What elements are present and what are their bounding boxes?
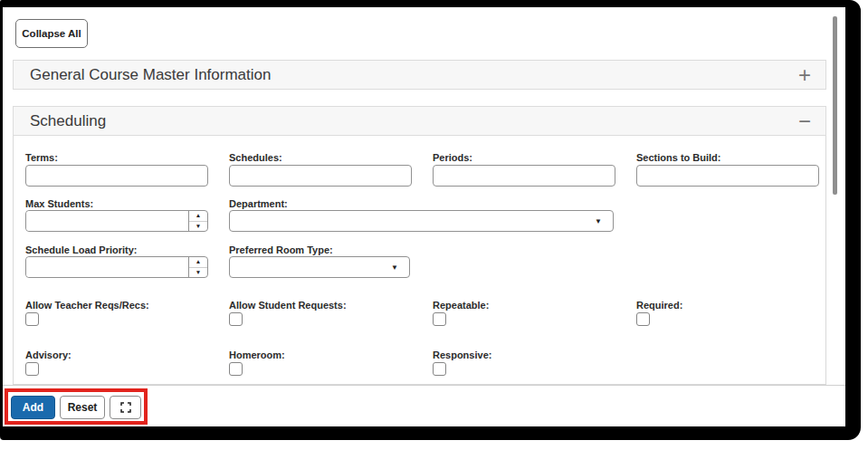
max-students-label: Max Students:	[25, 198, 93, 209]
spinner-control: ▲ ▼	[188, 211, 207, 231]
allow-student-requests-checkbox[interactable]	[229, 312, 243, 326]
department-label: Department:	[229, 198, 288, 209]
responsive-label: Responsive:	[433, 349, 491, 360]
plus-icon[interactable]: +	[798, 62, 811, 89]
terms-input[interactable]	[25, 165, 208, 187]
spinner-up-icon[interactable]: ▲	[189, 211, 207, 222]
allow-student-requests-label: Allow Student Requests:	[229, 300, 347, 311]
vertical-scrollbar[interactable]	[833, 16, 837, 195]
spinner-down-icon[interactable]: ▼	[189, 222, 207, 232]
sections-to-build-label: Sections to Build:	[636, 152, 721, 163]
required-checkbox[interactable]	[636, 312, 650, 326]
schedule-load-priority-stepper: ▲ ▼	[25, 256, 208, 278]
repeatable-label: Repeatable:	[433, 300, 489, 311]
section-scheduling[interactable]: Scheduling −	[13, 106, 826, 136]
spinner-control: ▲ ▼	[188, 257, 207, 277]
section-title: Scheduling	[30, 112, 106, 130]
fullscreen-icon	[120, 402, 131, 413]
add-button[interactable]: Add	[11, 396, 55, 419]
responsive-checkbox[interactable]	[433, 362, 446, 376]
section-title: General Course Master Information	[30, 66, 271, 84]
preferred-room-type-select[interactable]: ▼	[229, 256, 410, 278]
department-select[interactable]: ▼	[229, 210, 614, 232]
advisory-label: Advisory:	[25, 349, 72, 360]
minus-icon[interactable]: −	[798, 108, 811, 135]
spinner-down-icon[interactable]: ▼	[189, 268, 207, 278]
schedules-input[interactable]	[229, 165, 412, 187]
schedule-load-priority-input[interactable]	[26, 257, 187, 277]
schedules-label: Schedules:	[229, 152, 282, 163]
required-label: Required:	[636, 300, 682, 311]
fullscreen-button[interactable]	[110, 396, 141, 419]
repeatable-checkbox[interactable]	[433, 312, 446, 326]
course-master-form: Collapse All General Course Master Infor…	[3, 7, 845, 426]
max-students-stepper: ▲ ▼	[25, 210, 208, 232]
schedule-load-priority-label: Schedule Load Priority:	[25, 244, 137, 255]
allow-teacher-reqs-recs-checkbox[interactable]	[25, 312, 39, 326]
collapse-all-button[interactable]: Collapse All	[15, 19, 88, 48]
periods-label: Periods:	[433, 152, 472, 163]
allow-teacher-reqs-recs-label: Allow Teacher Reqs/Recs:	[25, 300, 149, 311]
terms-label: Terms:	[25, 152, 58, 163]
chevron-down-icon: ▼	[595, 218, 602, 225]
section-general-course-master-information[interactable]: General Course Master Information +	[13, 60, 826, 90]
advisory-checkbox[interactable]	[25, 362, 39, 376]
periods-input[interactable]	[433, 165, 615, 187]
spinner-up-icon[interactable]: ▲	[189, 257, 207, 268]
screenshot-stage: Collapse All General Course Master Infor…	[0, 0, 868, 450]
chevron-down-icon: ▼	[391, 264, 398, 272]
homeroom-checkbox[interactable]	[229, 362, 243, 376]
preferred-room-type-label: Preferred Room Type:	[229, 244, 333, 255]
reset-button[interactable]: Reset	[60, 396, 105, 419]
sections-to-build-input[interactable]	[636, 165, 819, 187]
max-students-input[interactable]	[26, 211, 187, 231]
homeroom-label: Homeroom:	[229, 349, 285, 360]
